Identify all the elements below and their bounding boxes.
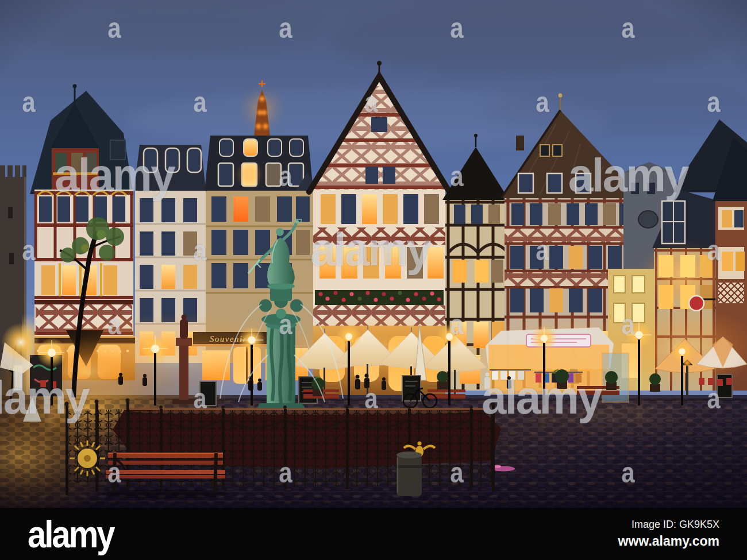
footer-meta: Image ID: GK9K5X www.alamy.com xyxy=(618,519,719,549)
alamy-logo: alamy xyxy=(28,512,113,556)
photo-twilight-square: Souvenirs xyxy=(0,0,747,508)
image-id: Image ID: GK9K5X xyxy=(618,519,719,531)
alamy-url: www.alamy.com xyxy=(618,534,719,549)
stock-photo-preview: Souvenirs xyxy=(0,0,747,560)
vignette xyxy=(0,0,747,508)
alamy-footer-bar: alamy Image ID: GK9K5X www.alamy.com xyxy=(0,508,747,560)
